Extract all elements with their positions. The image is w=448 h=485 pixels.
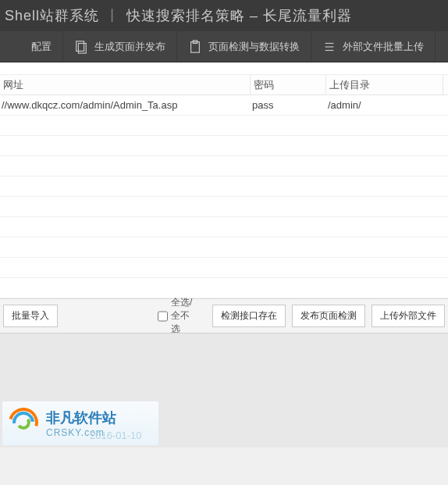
cell-dir: /admin/: [326, 99, 443, 111]
toolbar-label: 生成页面并发布: [94, 40, 165, 54]
svg-rect-0: [76, 41, 84, 51]
list-icon: [322, 40, 336, 54]
main-toolbar: 配置 生成页面并发布 页面检测与数据转换 外部文件批量上传 接: [0, 31, 448, 62]
select-all-label: 全选/全不选: [171, 296, 198, 336]
title-right: 快速搜索排名策略 – 长尾流量利器: [126, 6, 352, 25]
table-row-empty[interactable]: [0, 237, 448, 258]
table-row-empty[interactable]: [0, 217, 448, 237]
lower-pane: 非凡软件站 CRSKY.com 2016-01-10: [0, 333, 448, 448]
toolbar-label: 外部文件批量上传: [343, 40, 424, 54]
toolbar-generate-publish[interactable]: 生成页面并发布: [63, 31, 177, 62]
filter-row: [0, 62, 448, 75]
svg-rect-1: [78, 43, 86, 53]
batch-import-button[interactable]: 批量导入: [3, 305, 58, 327]
table-row[interactable]: //www.dkqcz.com/admin/Admin_Ta.asppass/a…: [0, 95, 448, 116]
toolbar-label: 页面检测与数据转换: [208, 40, 300, 54]
table-row-empty[interactable]: [0, 197, 448, 217]
gear-icon: [11, 40, 25, 54]
table-row-empty[interactable]: [0, 278, 448, 298]
table-row-empty[interactable]: [0, 116, 448, 136]
title-left: Shell站群系统: [5, 6, 99, 25]
toolbar-connect[interactable]: 接: [436, 31, 448, 62]
brand-cn: 非凡软件站: [46, 408, 116, 427]
table-row-empty[interactable]: [0, 258, 448, 278]
table-row-empty[interactable]: [0, 156, 448, 177]
action-bar: 批量导入 全选/全不选 检测接口存在 发布页面检测 上传外部文件: [0, 298, 448, 333]
upload-external-button[interactable]: 上传外部文件: [372, 305, 445, 327]
page-icon: [74, 40, 88, 54]
clipboard-icon: [188, 40, 202, 54]
table-row-empty[interactable]: [0, 177, 448, 197]
cell-url: //www.dkqcz.com/admin/Admin_Ta.asp: [0, 99, 251, 111]
table-row-empty[interactable]: [0, 136, 448, 156]
col-header-password[interactable]: 密码: [251, 75, 326, 95]
toolbar-detect-convert[interactable]: 页面检测与数据转换: [177, 31, 311, 62]
table-header: 网址 密码 上传目录: [0, 75, 448, 95]
toolbar-config[interactable]: 配置: [0, 31, 63, 62]
select-all-checkbox[interactable]: 全选/全不选: [158, 296, 198, 336]
footer-date: 2016-01-10: [90, 430, 142, 441]
window-titlebar: Shell站群系统 丨 快速搜索排名策略 – 长尾流量利器: [0, 0, 448, 31]
toolbar-batch-upload[interactable]: 外部文件批量上传: [311, 31, 436, 62]
toolbar-label: 配置: [31, 40, 52, 54]
check-interface-button[interactable]: 检测接口存在: [212, 305, 286, 327]
col-header-dir[interactable]: 上传目录: [326, 75, 443, 95]
swirl-icon: [9, 408, 40, 439]
content-area: 网址 密码 上传目录 //www.dkqcz.com/admin/Admin_T…: [0, 62, 448, 298]
col-header-url[interactable]: 网址: [0, 75, 251, 95]
select-all-input[interactable]: [158, 311, 168, 322]
publish-check-button[interactable]: 发布页面检测: [292, 305, 365, 327]
table-body: //www.dkqcz.com/admin/Admin_Ta.asppass/a…: [0, 95, 448, 298]
title-separator: 丨: [105, 6, 120, 25]
cell-password: pass: [251, 99, 326, 111]
